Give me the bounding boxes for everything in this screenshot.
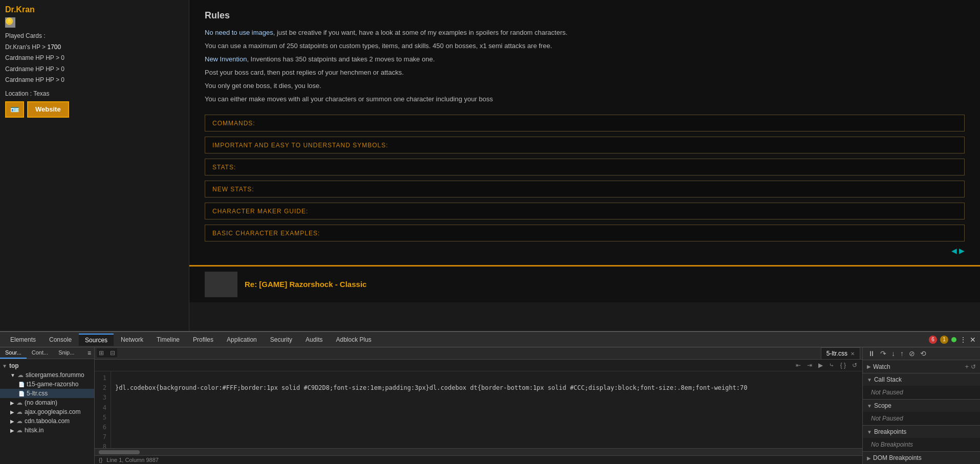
breakpoints-arrow: ▼ [867, 429, 872, 435]
watch-refresh-btn[interactable]: ↺ [971, 363, 976, 370]
tab-console[interactable]: Console [43, 334, 78, 345]
skip-btn[interactable]: ⤷ [827, 361, 836, 370]
pretty-print-btn[interactable]: { } [838, 361, 848, 370]
sources-tab-content[interactable]: Cont... [27, 347, 53, 359]
dom-breakpoints-header[interactable]: ▶ DOM Breakpoints [863, 452, 980, 464]
sources-tab-sources[interactable]: Sour... [0, 347, 27, 359]
code-editor: ⊞ ⊟ 5-ltr.css ✕ ⇤ ⇥ ▶ ⤷ { } ↺ [95, 347, 862, 464]
scope-label: Scope [874, 402, 891, 409]
pause-resume-btn[interactable]: ⏸ [866, 348, 877, 359]
tree-slicergames[interactable]: ▼ ☁ slicergames.forummo [0, 370, 94, 380]
line-numbers: 12345678910 [95, 371, 111, 448]
commands-section[interactable]: COMMANDS: [205, 115, 965, 131]
devtools-toolbar-icons: 6 1 ⋮ ✕ [929, 336, 976, 344]
file-tab-5ltr[interactable]: 5-ltr.css ✕ [821, 347, 860, 359]
deactivate-btn[interactable]: ⊘ [907, 348, 917, 359]
scope-arrow: ▼ [867, 403, 872, 409]
reply-title: Re: [GAME] Razorshock - Classic [245, 280, 366, 289]
call-stack-header[interactable]: ▼ Call Stack [863, 373, 980, 386]
scope-content: Not Paused [863, 412, 980, 425]
right-panel: ⏸ ↷ ↓ ↑ ⊘ ⟲ ▶ Watch + ↺ [862, 347, 980, 464]
call-stack-section: ▼ Call Stack Not Paused [863, 373, 980, 400]
sidebar-location: Location : Texas [5, 90, 184, 97]
status-bar: {} Line 1, Column 9887 [95, 455, 862, 464]
tab-audits[interactable]: Audits [299, 334, 329, 345]
scrollbar-thumb[interactable] [99, 450, 140, 454]
toggle-button[interactable]: ⊟ [108, 348, 117, 358]
watch-expand-arrow: ▶ [867, 364, 871, 369]
rules-text: No need to use images, just be creative … [205, 27, 965, 105]
tree-no-domain[interactable]: ▶ ☁ (no domain) [0, 398, 94, 407]
format-button[interactable]: ⊞ [97, 348, 106, 358]
tree-5ltr-css[interactable]: 📄 5-ltr.css [0, 389, 94, 398]
sidebar-info: Played Cards : Dr.Kran's HP > 1700 Cardn… [5, 31, 184, 86]
watch-section: ▶ Watch + ↺ [863, 360, 980, 373]
tab-timeline[interactable]: Timeline [150, 334, 186, 345]
sources-tab-snippets[interactable]: Snip... [53, 347, 79, 359]
tab-profiles[interactable]: Profiles [187, 334, 220, 345]
reply-thumbnail [205, 272, 237, 297]
page-content: Rules No need to use images, just be cre… [189, 0, 980, 331]
refresh-code-btn[interactable]: ↺ [850, 361, 859, 370]
hp-row: Dr.Kran's HP > 1700 [5, 42, 184, 53]
step-into-btn[interactable]: ↓ [889, 348, 897, 359]
devtools-tabs: Elements Console Sources Network Timelin… [0, 332, 980, 347]
tree-t15[interactable]: 📄 t15-game-razorsho [0, 380, 94, 389]
rules-title: Rules [205, 10, 965, 21]
watch-add-btn[interactable]: + [965, 363, 969, 370]
scope-section: ▼ Scope Not Paused [863, 400, 980, 426]
tree-cdn[interactable]: ▶ ☁ cdn.taboola.com [0, 416, 94, 426]
sources-tree: ▼ top ▼ ☁ slicergames.forummo 📄 t15-game… [0, 359, 94, 464]
code-content: 12345678910 }dl.codebox{background-color… [95, 371, 862, 448]
sources-panel: Sour... Cont... Snip... ≡ ▼ top ▼ ☁ slic… [0, 347, 95, 464]
watch-section-header[interactable]: ▶ Watch + ↺ [863, 360, 980, 373]
tab-security[interactable]: Security [264, 334, 298, 345]
horizontal-scrollbar[interactable] [95, 448, 862, 455]
devtools-panel: Elements Console Sources Network Timelin… [0, 331, 980, 464]
tab-adblock[interactable]: Adblock Plus [330, 334, 377, 345]
breakpoints-header[interactable]: ▼ Breakpoints [863, 426, 980, 438]
dom-breakpoints-arrow: ▶ [867, 455, 871, 461]
tree-ajax[interactable]: ▶ ☁ ajax.googleapis.com [0, 407, 94, 416]
step-over-btn[interactable]: ↷ [878, 348, 888, 359]
cardname1-row: Cardname HP HP > 0 [5, 53, 184, 64]
sources-tab-more[interactable]: ≡ [84, 347, 94, 359]
symbols-section[interactable]: IMPORTANT AND EASY TO UNDERSTAND SYMBOLS… [205, 137, 965, 153]
call-stack-content: Not Paused [863, 386, 980, 399]
new-stats-section[interactable]: NEW STATS: [205, 181, 965, 197]
tab-elements[interactable]: Elements [4, 334, 42, 345]
tab-network[interactable]: Network [115, 334, 149, 345]
curly-icon: {} [99, 457, 102, 463]
played-cards-label: Played Cards : [5, 31, 184, 42]
indent-left-btn[interactable]: ⇤ [794, 361, 803, 370]
tab-sources[interactable]: Sources [79, 334, 114, 346]
warn-badge: 1 [940, 336, 948, 344]
scope-header[interactable]: ▼ Scope [863, 400, 980, 412]
call-stack-label: Call Stack [874, 376, 902, 383]
play-btn[interactable]: ▶ [816, 361, 825, 370]
async-btn[interactable]: ⟲ [918, 348, 928, 359]
devtools-menu-button[interactable]: ⋮ [960, 336, 967, 344]
breakpoints-section: ▼ Breakpoints No Breakpoints [863, 426, 980, 452]
code-lines[interactable]: }dl.codebox{background-color:#FFF;border… [111, 371, 862, 448]
basic-examples-section[interactable]: BASIC CHARACTER EXAMPLES: [205, 225, 965, 241]
website-button[interactable]: Website [27, 101, 69, 118]
code-extra-toolbar: ⇤ ⇥ ▶ ⤷ { } ↺ [95, 360, 862, 371]
file-tab-close[interactable]: ✕ [851, 351, 855, 357]
sidebar: Dr.Kran 🪙 Played Cards : Dr.Kran's HP > … [0, 0, 189, 331]
dom-breakpoints-label: DOM Breakpoints [873, 454, 922, 461]
stats-section[interactable]: STATS: [205, 159, 965, 175]
character-guide-section[interactable]: CHARACTER MAKER GUIDE: [205, 203, 965, 219]
indent-right-btn[interactable]: ⇥ [805, 361, 814, 370]
tree-top[interactable]: ▼ top [0, 361, 94, 370]
sidebar-buttons: 🪪 Website [5, 101, 184, 118]
breakpoints-label: Breakpoints [874, 428, 906, 435]
icon-button[interactable]: 🪪 [5, 101, 24, 118]
devtools-close-button[interactable]: ✕ [970, 336, 976, 344]
step-out-btn[interactable]: ↑ [898, 348, 906, 359]
tab-application[interactable]: Application [221, 334, 263, 345]
scroll-arrows: ◀ ▶ [951, 247, 965, 255]
call-stack-arrow: ▼ [867, 377, 872, 383]
tree-hitsk[interactable]: ▶ ☁ hitsk.in [0, 426, 94, 435]
devtools-body: Sour... Cont... Snip... ≡ ▼ top ▼ ☁ slic… [0, 347, 980, 464]
